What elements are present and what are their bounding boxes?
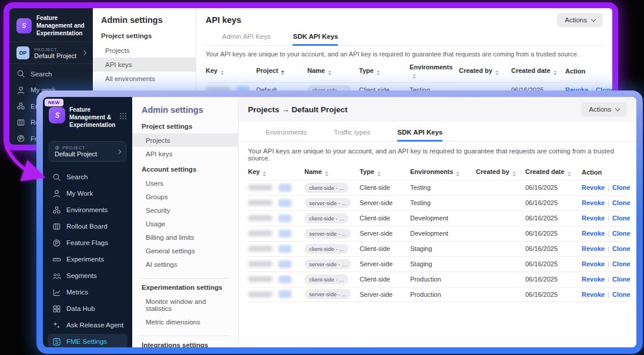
project-label: PROJECT (62, 145, 85, 150)
section-title-integrations-settings: Integrations settings (142, 341, 229, 347)
feature-flags-icon (16, 134, 25, 143)
metrics-icon (52, 288, 61, 297)
admin-item-projects[interactable]: Projects (93, 43, 196, 58)
revoke-link[interactable]: Revoke (582, 184, 605, 191)
sidebar-item-feature-flags[interactable]: Feature Flags (48, 235, 128, 250)
clone-link[interactable]: Clone (612, 276, 630, 283)
name-badge[interactable]: server-side - ... (304, 229, 351, 239)
redacted-copy-chip (279, 276, 291, 283)
project-avatar: DP (16, 46, 29, 59)
col-header-created-by[interactable]: Created by (459, 67, 511, 75)
clone-link[interactable]: Clone (612, 215, 630, 222)
project-label: PROJECT (34, 47, 76, 52)
sidebar-item-my-work[interactable]: My Work (48, 186, 128, 201)
col-header-key[interactable]: Key (248, 168, 304, 176)
sidebar-item-experiments[interactable]: Experiments (48, 252, 128, 267)
admin-item-ai-settings[interactable]: AI settings (132, 257, 238, 271)
tab-sdk-api-keys[interactable]: SDK API Keys (293, 33, 338, 46)
sidebar-item-search[interactable]: Search (48, 169, 128, 185)
col-header-name[interactable]: Name (307, 67, 359, 75)
api-keys-description: Your API keys are unique to your account… (239, 142, 636, 166)
revoke-link[interactable]: Revoke (582, 245, 605, 252)
admin-item-metric-dimensions[interactable]: Metric dimensions (132, 315, 238, 329)
col-header-created-by[interactable]: Created by (476, 168, 525, 176)
revoke-link[interactable]: Revoke (582, 230, 605, 237)
admin-item-api-keys[interactable]: API keys (93, 58, 196, 72)
col-header-created-date[interactable]: Created date (525, 168, 582, 176)
admin-item-all-environments[interactable]: All environments (93, 72, 196, 86)
sidebar-item-fme-settings[interactable]: FME Settings (48, 334, 128, 347)
sidebar-item-ask-release-agent[interactable]: Ask Release Agent (48, 317, 128, 333)
name-badge[interactable]: server-side - ... (304, 259, 351, 269)
clone-link[interactable]: Clone (612, 199, 630, 206)
clone-link[interactable]: Clone (612, 291, 630, 298)
my-work-icon (16, 86, 25, 95)
admin-item-api-keys[interactable]: API keys (132, 147, 238, 160)
new-main-content: Projects → Default Project Actions Envir… (239, 97, 636, 347)
sort-icon (328, 71, 331, 75)
admin-item-billing-and-limits[interactable]: Billing and limits (132, 230, 238, 244)
cell-created-date: 06/16/2025 (525, 230, 582, 237)
sidebar-item-rollout-board[interactable]: Rollout Board (48, 219, 128, 234)
col-header-type[interactable]: Type (359, 67, 410, 75)
app-grid-icon[interactable] (119, 112, 127, 122)
redacted-copy-chip (279, 260, 291, 268)
tab-environments[interactable]: Environments (266, 129, 307, 142)
search-icon (52, 173, 61, 182)
col-header-environments[interactable]: Environments (410, 168, 476, 176)
tab-admin-api-keys[interactable]: Admin API Keys (222, 33, 270, 46)
segments-icon (52, 272, 61, 280)
api-keys-description: Your API keys are unique to your account… (206, 46, 603, 62)
caret-down-icon (615, 106, 620, 110)
revoke-link[interactable]: Revoke (582, 215, 605, 222)
col-header-environments[interactable]: Environments (410, 63, 459, 79)
actions-button[interactable]: Actions (557, 13, 603, 27)
name-badge[interactable]: client-side - ... (304, 183, 348, 193)
sort-icon (456, 172, 459, 176)
name-badge[interactable]: client-side - ... (304, 213, 348, 223)
name-badge[interactable]: server-side - ... (304, 289, 351, 299)
col-header-type[interactable]: Type (360, 168, 410, 176)
revoke-link[interactable]: Revoke (582, 260, 605, 267)
clone-link[interactable]: Clone (612, 230, 630, 237)
tab-sdk-api-keys[interactable]: SDK API Keys (397, 129, 442, 142)
admin-item-security[interactable]: Security (132, 203, 238, 217)
admin-item-groups[interactable]: Groups (132, 190, 238, 203)
redacted-copy-chip (279, 290, 291, 298)
col-header-key[interactable]: Key (206, 67, 256, 75)
admin-item-monitor-window[interactable]: Monitor window and statistics (132, 294, 238, 315)
col-header-project[interactable]: Project (256, 67, 307, 75)
sidebar-item-environments[interactable]: Environments (48, 202, 128, 217)
new-badge: NEW (45, 99, 63, 106)
revoke-link[interactable]: Revoke (582, 199, 605, 206)
col-header-name[interactable]: Name (304, 168, 360, 176)
table-row: server-side - ... Server-side Developmen… (248, 226, 627, 241)
name-badge[interactable]: client-side - ... (304, 244, 348, 254)
divider (605, 291, 612, 298)
admin-item-users[interactable]: Users (132, 176, 238, 190)
revoke-link[interactable]: Revoke (582, 291, 605, 298)
cell-environment: Testing (410, 199, 476, 206)
admin-item-usage[interactable]: Usage (132, 217, 238, 230)
sidebar-item-segments[interactable]: Segments (48, 268, 128, 283)
col-header-created-date[interactable]: Created date (511, 67, 565, 75)
name-badge[interactable]: server-side - ... (304, 198, 351, 208)
sidebar-item-metrics[interactable]: Metrics (48, 284, 128, 300)
admin-item-projects[interactable]: Projects (132, 133, 238, 147)
sidebar-item-data-hub[interactable]: Data Hub (48, 301, 128, 316)
clone-link[interactable]: Clone (612, 245, 630, 252)
sort-icon (412, 74, 416, 79)
admin-item-general-settings[interactable]: General settings (132, 244, 238, 257)
name-badge[interactable]: client-side - ... (304, 274, 348, 284)
rollout-board-icon (16, 118, 25, 127)
tab-traffic-types[interactable]: Traffic types (334, 129, 370, 142)
cell-type: Server-side (360, 230, 410, 237)
sidebar-item-search[interactable]: Search (16, 69, 86, 78)
fme-settings-icon (52, 337, 61, 346)
old-project-selector[interactable]: DP PROJECT Default Project (9, 42, 93, 64)
new-project-selector[interactable]: PROJECT Default Project (49, 141, 126, 162)
clone-link[interactable]: Clone (612, 260, 630, 267)
revoke-link[interactable]: Revoke (582, 276, 605, 283)
clone-link[interactable]: Clone (612, 184, 630, 191)
actions-button[interactable]: Actions (581, 102, 627, 116)
